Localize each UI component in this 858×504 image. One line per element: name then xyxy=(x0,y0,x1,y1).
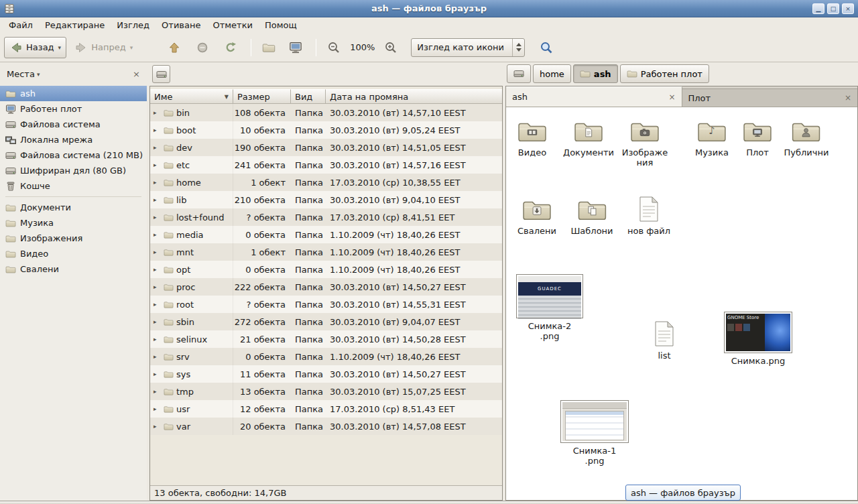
expander-icon[interactable]: ▸ xyxy=(154,266,161,273)
table-row[interactable]: ▸media0 обектаПапка1.10.2009 (чт) 18,40,… xyxy=(150,226,502,243)
tab-plot[interactable]: Плот × xyxy=(682,88,858,107)
file-snimka-png[interactable]: GNOME Store Снимка.png xyxy=(725,312,792,366)
search-button[interactable] xyxy=(534,37,558,58)
expander-icon[interactable]: ▸ xyxy=(154,179,161,186)
tab-ash[interactable]: ash × xyxy=(506,86,682,107)
expander-icon[interactable]: ▸ xyxy=(154,336,161,342)
tab-close-icon[interactable]: × xyxy=(668,92,675,102)
expander-icon[interactable]: ▸ xyxy=(154,301,161,308)
back-button[interactable]: Назад ▾ xyxy=(4,37,66,58)
menu-bookmarks[interactable]: Отметки xyxy=(206,18,258,32)
folder-pictures[interactable]: Изображения xyxy=(619,119,670,168)
places-title[interactable]: Места xyxy=(7,69,35,79)
folder-video[interactable]: Видео xyxy=(517,119,548,158)
table-row[interactable]: ▸bin108 обектаПапка30.03.2010 (вт) 14,57… xyxy=(150,104,502,121)
folder-templates[interactable]: Шаблони xyxy=(570,197,613,236)
path-home-button[interactable]: home xyxy=(533,64,571,83)
tab-close-icon[interactable]: × xyxy=(845,93,851,103)
sidebar-item-ash[interactable]: ash xyxy=(0,86,147,101)
table-row[interactable]: ▸boot10 обектаПапка30.03.2010 (вт) 9,05,… xyxy=(150,121,502,139)
menu-edit[interactable]: Редактиране xyxy=(39,18,111,32)
table-row[interactable]: ▸lib210 обектаПапка30.03.2010 (вт) 9,04,… xyxy=(150,191,502,208)
folder-music[interactable]: ♪ Музика xyxy=(695,119,729,158)
home-button[interactable] xyxy=(257,37,281,58)
table-row[interactable]: ▸root? обектаПапка30.03.2010 (вт) 14,55,… xyxy=(150,296,502,313)
expander-icon[interactable]: ▸ xyxy=(154,127,161,133)
column-header-type[interactable]: Вид xyxy=(291,89,326,104)
sidebar-item-music[interactable]: Музика xyxy=(0,215,147,231)
expander-icon[interactable]: ▸ xyxy=(154,196,161,203)
sidebar-item-trash[interactable]: Кошче xyxy=(0,178,147,194)
file-list[interactable]: list xyxy=(654,320,675,361)
sidebar-item-filesystem[interactable]: Файлова система xyxy=(0,117,147,132)
root-path-button[interactable] xyxy=(152,65,170,83)
table-row[interactable]: ▸sbin272 обектаПапка30.03.2010 (вт) 9,04… xyxy=(150,313,502,330)
expander-icon[interactable]: ▸ xyxy=(154,109,161,116)
table-row[interactable]: ▸proc222 обектаПапка30.03.2010 (вт) 14,5… xyxy=(150,278,502,296)
path-desktop-button[interactable]: Работен плот xyxy=(620,64,709,83)
menu-view[interactable]: Изглед xyxy=(111,18,156,32)
expander-icon[interactable]: ▸ xyxy=(154,405,161,412)
sidebar-item-downloads[interactable]: Свалени xyxy=(0,261,147,277)
zoom-in-button[interactable] xyxy=(379,37,403,58)
expander-icon[interactable]: ▸ xyxy=(154,249,161,255)
folder-downloads[interactable]: Свалени xyxy=(517,197,556,236)
expander-icon[interactable]: ▸ xyxy=(154,353,161,360)
expander-icon[interactable]: ▸ xyxy=(154,371,161,377)
expander-icon[interactable]: ▸ xyxy=(154,214,161,220)
places-close-icon[interactable]: × xyxy=(133,69,140,79)
sidebar-item-pictures[interactable]: Изображения xyxy=(0,231,147,246)
column-header-size[interactable]: Размер xyxy=(233,89,291,104)
column-header-date[interactable]: Дата на промяна xyxy=(326,89,502,104)
table-row[interactable]: ▸lost+found? обектаПапка17.03.2010 (ср) … xyxy=(150,208,502,226)
file-new-file[interactable]: нов файл xyxy=(627,196,670,236)
expander-icon[interactable]: ▸ xyxy=(154,318,161,325)
menu-go[interactable]: Отиване xyxy=(156,18,206,32)
menu-help[interactable]: Помощ xyxy=(259,18,303,32)
expander-icon[interactable]: ▸ xyxy=(154,388,161,395)
table-row[interactable]: ▸sys11 обектаПапка30.03.2010 (вт) 14,50,… xyxy=(150,365,502,383)
sidebar-item-documents[interactable]: Документи xyxy=(0,200,147,215)
titlebar[interactable]: ash — файлов браузър ▁ □ × xyxy=(0,0,858,17)
expander-icon[interactable]: ▸ xyxy=(154,162,161,168)
table-row[interactable]: ▸mnt1 обектПапка1.10.2009 (чт) 18,40,26 … xyxy=(150,243,502,261)
up-button[interactable] xyxy=(162,37,186,58)
menu-file[interactable]: Файл xyxy=(3,18,39,32)
folder-plot[interactable]: Плот xyxy=(742,119,773,158)
taskbar-window-button[interactable]: ash — файлов браузър xyxy=(625,485,741,501)
expander-icon[interactable]: ▸ xyxy=(154,284,161,290)
table-row[interactable]: ▸dev190 обектаПапка30.03.2010 (вт) 14,51… xyxy=(150,139,502,156)
expander-icon[interactable]: ▸ xyxy=(154,423,161,430)
expander-icon[interactable]: ▸ xyxy=(154,144,161,151)
file-snimka-1-png[interactable]: Снимка-1.png xyxy=(561,401,628,466)
table-row[interactable]: ▸home1 обектПапка17.03.2010 (ср) 10,38,5… xyxy=(150,174,502,191)
chevron-down-icon[interactable]: ▾ xyxy=(37,71,40,78)
table-row[interactable]: ▸tmp13 обектаПапка30.03.2010 (вт) 15,07,… xyxy=(150,383,502,400)
table-row[interactable]: ▸var20 обектаПапка30.03.2010 (вт) 14,57,… xyxy=(150,418,502,435)
sidebar-item-video[interactable]: Видео xyxy=(0,246,147,261)
close-button[interactable]: × xyxy=(842,3,854,14)
table-row[interactable]: ▸usr12 обектаПапка17.03.2010 (ср) 8,51,4… xyxy=(150,400,502,418)
path-root-button[interactable] xyxy=(507,64,531,83)
expander-icon[interactable]: ▸ xyxy=(154,231,161,238)
table-row[interactable]: ▸srv0 обектаПапка1.10.2009 (чт) 18,40,26… xyxy=(150,348,502,365)
maximize-button[interactable]: □ xyxy=(827,3,839,14)
sidebar-item-desktop[interactable]: Работен плот xyxy=(0,101,147,117)
file-snimka-2-png[interactable]: GUADEC Снимка-2.png xyxy=(517,275,583,341)
chevron-down-icon[interactable]: ▾ xyxy=(58,44,62,51)
minimize-button[interactable]: ▁ xyxy=(812,3,824,14)
folder-public[interactable]: Публични xyxy=(784,119,829,158)
column-header-name[interactable]: Име ▼ xyxy=(150,89,233,104)
folder-documents[interactable]: Документи xyxy=(563,119,614,158)
table-row[interactable]: ▸selinux21 обектаПапка30.03.2010 (вт) 14… xyxy=(150,330,502,348)
computer-button[interactable] xyxy=(284,37,308,58)
zoom-out-button[interactable] xyxy=(322,37,346,58)
sidebar-item-network[interactable]: Локална мрежа xyxy=(0,132,147,147)
sidebar-item-encrypted-80gb[interactable]: Шифриран дял (80 GB) xyxy=(0,163,147,178)
table-row[interactable]: ▸opt0 обектаПапка1.10.2009 (чт) 18,40,26… xyxy=(150,261,502,278)
forward-button[interactable]: Напред ▾ xyxy=(69,37,138,58)
path-current-button[interactable]: ash xyxy=(573,64,618,83)
reload-button[interactable] xyxy=(219,37,243,58)
sidebar-item-filesystem-210mb[interactable]: Файлова система (210 MB) xyxy=(0,147,147,163)
stop-button[interactable] xyxy=(190,37,214,58)
